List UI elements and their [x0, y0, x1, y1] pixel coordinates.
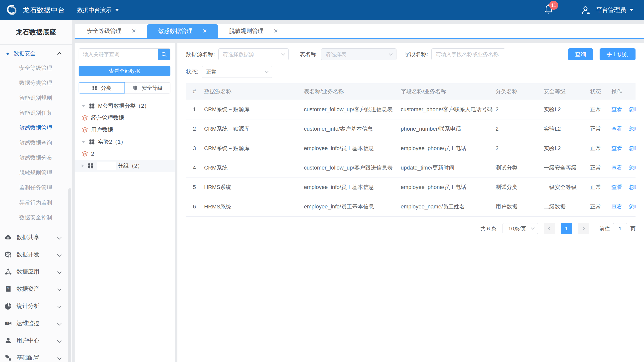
tree-node[interactable]: 实验2（1）	[74, 136, 175, 148]
app-network-icon	[4, 268, 12, 276]
sidebar-section-item-label: 数据开发	[16, 251, 58, 258]
sidebar-scrollbar[interactable]	[68, 188, 71, 362]
tree-node-label[interactable]: 实验2（1）	[98, 138, 126, 146]
sidebar-submenu-item[interactable]: 智能识别任务	[0, 105, 72, 120]
workspace-switcher[interactable]: 数据中台演示	[77, 6, 119, 14]
status-select[interactable]: 正常	[202, 66, 272, 78]
close-icon[interactable]: ✕	[274, 28, 278, 34]
tree-node[interactable]: 分组（2）	[74, 160, 175, 172]
tree-node-label[interactable]: 经营管理数据	[91, 114, 124, 122]
view-link[interactable]: 查看	[611, 184, 622, 190]
sidebar-submenu-item[interactable]: 敏感数据管理	[0, 120, 72, 135]
ignore-link[interactable]: 忽略	[629, 203, 636, 210]
sidebar-submenu-item[interactable]: 安全等级管理	[0, 60, 72, 75]
sidebar-section-item-label: 统计分析	[16, 302, 58, 310]
close-icon[interactable]: ✕	[202, 28, 207, 34]
cell-datasource: HRMS系统	[202, 178, 302, 197]
sidebar-submenu-item[interactable]: 数据安全控制	[0, 210, 72, 225]
user-center-icon	[4, 337, 12, 344]
view-link[interactable]: 查看	[611, 145, 622, 151]
sidebar-submenu-item[interactable]: 异常行为监测	[0, 195, 72, 210]
keyword-search-input[interactable]	[79, 49, 158, 60]
caret-right-icon[interactable]	[82, 164, 84, 168]
tree-node[interactable]: 经营管理数据	[74, 112, 175, 124]
sidebar-submenu-item[interactable]: 智能识别规则	[0, 90, 72, 105]
chevron-left-icon	[548, 227, 552, 230]
sidebar-submenu-item[interactable]: 监测任务管理	[0, 180, 72, 195]
view-all-data-button[interactable]: 查看全部数据	[78, 66, 170, 76]
cell-status: 正常	[588, 119, 609, 139]
page-tab[interactable]: 安全等级管理 ✕	[76, 24, 147, 38]
caret-down-icon[interactable]	[82, 105, 85, 107]
sidebar-section-item[interactable]: 统计分析	[0, 298, 72, 315]
cell-actions: 查看 忽略	[609, 119, 636, 139]
search-button[interactable]	[158, 49, 170, 60]
tree-node[interactable]: M公司数据分类（2）	[74, 100, 175, 112]
tree-node-label[interactable]: 2	[91, 151, 94, 157]
cell-security-level: 实验L2	[541, 119, 588, 139]
field-name-label: 字段名称:	[404, 51, 428, 58]
tree-node[interactable]: 2	[74, 148, 175, 160]
field-name-input[interactable]	[432, 49, 505, 60]
view-link[interactable]: 查看	[611, 126, 622, 132]
sidebar-submenu-item[interactable]: 敏感数据查询	[0, 135, 72, 150]
chevron-down-icon	[58, 235, 62, 239]
goto-page-input[interactable]	[613, 223, 627, 234]
col-security-level: 安全等级	[541, 83, 588, 100]
sidebar-submenu-item[interactable]: 脱敏规则管理	[0, 165, 72, 180]
category-grid-icon	[88, 139, 95, 145]
table-placeholder: 请选择表	[325, 51, 346, 58]
toggle-category[interactable]: 分类	[78, 82, 125, 93]
sidebar-section-item[interactable]: 基础配置	[0, 349, 72, 362]
chevron-down-icon	[630, 9, 634, 11]
view-link[interactable]: 查看	[611, 203, 622, 210]
status-label: 状态:	[186, 68, 198, 75]
sidebar-section-item[interactable]: ¥ 数据资产	[0, 280, 72, 298]
prev-page-button[interactable]	[544, 223, 555, 234]
sidebar-section-item[interactable]: ! 运维监控	[0, 315, 72, 332]
sidebar-section-item[interactable]: 数据共享	[0, 229, 72, 246]
sidebar-section-item[interactable]: 数据应用	[0, 263, 72, 280]
sidebar-section-item[interactable]: 数据开发	[0, 246, 72, 263]
ignore-link[interactable]: 忽略	[629, 165, 636, 171]
ignore-link[interactable]: 忽略	[629, 126, 636, 132]
goto-unit: 页	[630, 225, 636, 232]
chevron-down-icon	[531, 226, 535, 230]
next-page-button[interactable]	[578, 223, 589, 234]
manual-identify-button[interactable]: 手工识别	[600, 48, 636, 60]
col-status: 状态	[588, 83, 609, 100]
close-icon[interactable]: ✕	[132, 28, 136, 34]
page-tab[interactable]: 脱敏规则管理 ✕	[218, 24, 289, 38]
user-menu[interactable]: 平台管理员	[581, 5, 634, 15]
current-page-button[interactable]: 1	[561, 223, 572, 234]
page-tab[interactable]: 敏感数据管理 ✕	[147, 24, 218, 38]
tree-node-label[interactable]: M公司数据分类（2）	[98, 102, 150, 110]
cell-status: 正常	[588, 158, 609, 178]
ignore-link[interactable]: 忽略	[629, 145, 636, 151]
tree-node[interactable]: 用户数据	[74, 124, 175, 136]
notifications-button[interactable]: 11	[544, 4, 554, 16]
datasource-select[interactable]: 请选择数据源	[218, 48, 289, 60]
sidebar-submenu-item[interactable]: 数据分类管理	[0, 75, 72, 90]
query-button[interactable]: 查询	[568, 48, 593, 60]
cell-index: 4	[186, 158, 202, 178]
cell-actions: 查看 忽略	[609, 158, 636, 178]
view-link[interactable]: 查看	[611, 165, 622, 171]
ignore-link[interactable]: 忽略	[629, 106, 636, 112]
sidebar-submenu-item[interactable]: 敏感数据分布	[0, 150, 72, 165]
cell-category: 用户数据	[493, 197, 541, 216]
tree-node-label[interactable]: 用户数据	[91, 126, 113, 134]
cell-table: employee_info/员工基本信息	[302, 139, 398, 158]
grid-icon	[92, 85, 97, 91]
cloud-icon	[4, 234, 12, 241]
view-link[interactable]: 查看	[611, 106, 622, 112]
sidebar-section-item[interactable]: 用户中心	[0, 332, 72, 349]
sidebar-submenu-item-label: 智能识别规则	[19, 94, 52, 102]
sidebar-section-data-security[interactable]: 数据安全	[0, 47, 72, 60]
ignore-link[interactable]: 忽略	[629, 184, 636, 190]
caret-down-icon[interactable]	[82, 141, 85, 143]
page-size-select[interactable]: 10条/页	[502, 223, 538, 234]
toggle-security-level[interactable]: 安全等级	[125, 82, 171, 93]
tree-node-label[interactable]: 分组（2）	[118, 162, 143, 170]
table-select[interactable]: 请选择表	[321, 48, 396, 60]
